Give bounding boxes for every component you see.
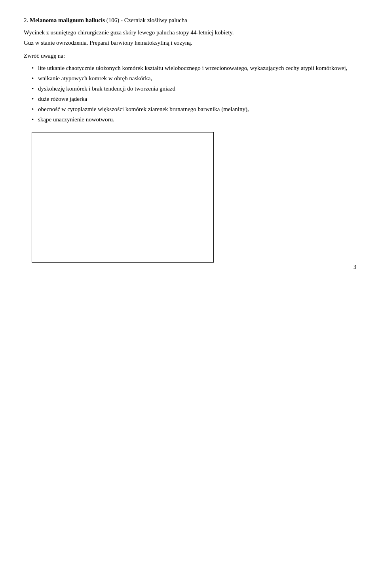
list-item: dyskohezję komórek i brak tendencji do t… [32,84,356,93]
list-item: lite utkanie chaotycznie ułożonych komór… [32,63,356,73]
heading-title-bold: Melanoma malignum hallucis [30,17,105,23]
intro-line: Guz w stanie owrzodzenia. Preparat barwi… [24,38,356,47]
list-item: wnikanie atypowych komrek w obręb naskór… [32,74,356,83]
subtitle-line: Wycinek z usuniętego chirurgicznie guza … [24,28,356,37]
section-intro: Zwróć uwagę na: [24,51,356,61]
bullet-list: lite utkanie chaotycznie ułożonych komór… [24,63,356,124]
page-content: 2. Melanoma malignum hallucis (106) - Cz… [24,16,356,263]
page-number: 3 [353,264,356,270]
list-item: duże różowe jąderka [32,94,356,104]
list-item: skąpe unaczynienie nowotworu. [32,115,356,124]
image-placeholder [32,132,214,263]
heading-code: (106) - Czerniak złośliwy palucha [105,17,187,23]
section-heading: 2. Melanoma malignum hallucis (106) - Cz… [24,16,356,25]
list-item: obecność w cytoplazmie większości komóre… [32,104,356,114]
heading-number: 2. [24,17,30,23]
